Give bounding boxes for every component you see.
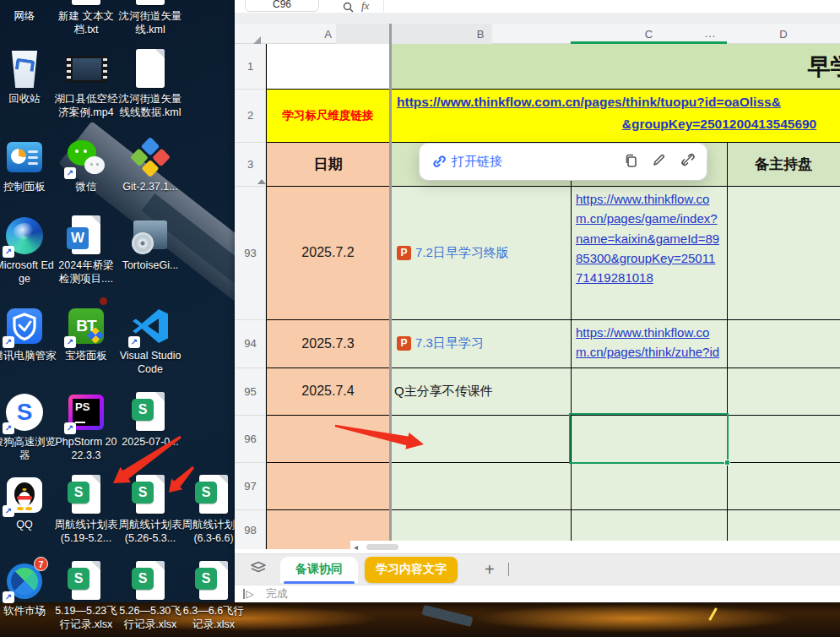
scroll-left-arrow[interactable]: ◂ [354, 542, 358, 552]
row-header-94[interactable]: 94 [235, 337, 266, 350]
sheet-tab-label: 备课协同 [295, 562, 343, 577]
scrollbar-thumb[interactable] [366, 544, 398, 550]
control-panel-icon [4, 137, 45, 177]
column-header-d[interactable]: D [727, 24, 840, 44]
desktop-icon-tortoisegit[interactable]: TortoiseGi... [118, 215, 182, 272]
row-header-3[interactable]: 3 [235, 158, 266, 171]
cell-a97[interactable] [266, 462, 390, 509]
cell-a2[interactable]: 学习标尺维度链接 [266, 89, 390, 142]
desktop-icon-bt-panel[interactable]: BT↗ 宝塔面板 [54, 306, 118, 362]
cell-d3[interactable]: 备主持盘 [727, 142, 840, 186]
fx-icon[interactable]: fx [361, 0, 369, 13]
horizontal-scrollbar[interactable]: ◂ [350, 541, 840, 553]
select-all-corner[interactable] [253, 36, 261, 44]
desktop-icon-recycle-bin[interactable]: 回收站 [0, 49, 57, 106]
shortcut-arrow-icon: ↗ [3, 591, 14, 603]
desktop-icon-phpstorm[interactable]: PS↗ PhpStorm 2022.3.3 [54, 392, 118, 463]
edit-icon[interactable] [652, 153, 666, 171]
spreadsheet-file-icon: S [66, 475, 106, 515]
cell-d94[interactable] [727, 319, 840, 368]
desktop-icon-xlsx-record-2[interactable]: S 5.26—5.30飞行记录.xlsx [118, 561, 182, 632]
desktop-icon-xlsx-plan-1[interactable]: S 周航线计划表(5.19-5.2... [54, 475, 118, 546]
wallpaper-detail [100, 297, 107, 305]
cell-c97[interactable] [571, 462, 727, 509]
hyperlink-c93[interactable]: https://www.thinkflow.com.cn/pages/game/… [571, 186, 727, 319]
cell-a93[interactable]: 2025.7.2 [266, 186, 390, 319]
row-header-1[interactable]: 1 [235, 60, 266, 73]
cell-a94[interactable]: 2025.7.3 [266, 319, 390, 368]
desktop-icon-label: 微信 [54, 180, 118, 193]
desktop-icon-xlsx-plan-2[interactable]: S 周航线计划表(5.26-5.3... [118, 475, 182, 546]
sheet-list-icon[interactable] [250, 561, 267, 578]
row-header-96[interactable]: 96 [235, 433, 266, 445]
freeze-pane-divider[interactable] [389, 24, 392, 549]
cell-b1-merged-title[interactable]: 早学习 [390, 44, 840, 89]
cell-b94[interactable]: P7.3日早学习 [390, 319, 571, 368]
cell-a95[interactable]: 2025.7.4 [266, 368, 390, 415]
desktop-icon-kml-2[interactable]: 沈河街道矢量线线数据.kml [118, 49, 182, 120]
cell-d97[interactable] [727, 462, 840, 509]
desktop-icon-qq[interactable]: ↗ QQ [0, 475, 57, 531]
open-link-label[interactable]: 打开链接 [452, 154, 502, 170]
shield-icon: ↗ [4, 306, 45, 346]
cell-a3[interactable]: 日期 [266, 142, 390, 186]
sheet-tab-xuexi[interactable]: 学习内容文字 [365, 557, 458, 583]
add-sheet-button[interactable]: + [485, 560, 495, 580]
cell-d95[interactable] [727, 368, 840, 415]
desktop-icon-control-panel[interactable]: 控制面板 [0, 137, 57, 193]
cell-c95[interactable] [571, 368, 727, 415]
kml-file-icon [130, 0, 171, 7]
cell-d96[interactable] [727, 415, 840, 462]
copy-icon[interactable] [624, 153, 638, 171]
row-header-2[interactable]: 2 [235, 109, 266, 122]
desktop-icon-kml-1[interactable]: 沈河街道矢量线.kml [118, 0, 182, 37]
cell-b97[interactable] [390, 462, 571, 509]
column-header-a[interactable]: A [266, 24, 390, 44]
desktop-icon-label: 5.26—5.30飞行记录.xlsx [118, 604, 182, 632]
desktop-icon-git-installer[interactable]: Git-2.37.1... [118, 137, 182, 193]
column-header-b[interactable]: B [390, 24, 571, 44]
desktop-icon-sogou-browser[interactable]: S↗ 搜狗高速浏览器 [0, 392, 57, 463]
desktop-icon-vscode[interactable]: ↗ Visual Studio Code [118, 306, 182, 377]
cell-d93[interactable] [727, 186, 840, 319]
macro-play-icon[interactable]: ▷ [243, 588, 254, 600]
cell-c93[interactable]: https://www.thinkflow.com.cn/pages/game/… [571, 186, 727, 319]
ppt-file-icon: P [397, 336, 411, 351]
ppt-link-text[interactable]: 7.3日早学习 [415, 335, 484, 351]
link-icon [431, 155, 446, 169]
hyperlink-line1[interactable]: https://www.thinkflow.com.cn/pages/think… [397, 95, 781, 110]
active-tab-underline [284, 581, 355, 584]
cell-a96[interactable] [266, 415, 390, 462]
desktop-icon-network[interactable]: 网络 [0, 0, 57, 23]
desktop-icon-xlsx-2025-07[interactable]: S 2025-07-0... [118, 392, 182, 449]
desktop-icon-wechat[interactable]: ↗ 微信 [54, 137, 118, 193]
row-header-98[interactable]: 98 [235, 524, 266, 536]
desktop-icon-software-market[interactable]: 7↗ 软件市场 [0, 561, 57, 618]
desktop-icon-pc-manager[interactable]: ↗ 腾讯电脑管家 [0, 306, 57, 362]
row-header-97[interactable]: 97 [235, 480, 266, 493]
unlink-icon[interactable] [680, 153, 695, 171]
desktop-icon-new-textfile[interactable]: 新建 文本文档.txt [54, 0, 118, 37]
name-box[interactable]: C96 [245, 0, 319, 12]
formula-bar: C96 fx [235, 0, 840, 13]
row-header-95[interactable]: 95 [235, 385, 266, 398]
desktop-icon-xlsx-record-1[interactable]: S 5.19—5.23飞行记录.xlsx [54, 561, 118, 632]
cell-b96[interactable] [390, 415, 571, 462]
ppt-link-text[interactable]: 7.2日早学习终版 [415, 245, 509, 261]
hyperlink-c94[interactable]: https://www.thinkflow.com.cn/pages/think… [571, 319, 727, 368]
desktop-icon-label: 软件市场 [0, 604, 57, 618]
desktop-icon-edge[interactable]: ↗ Microsoft Edge [0, 215, 57, 286]
freeze-pane-marker [257, 179, 266, 184]
cell-b93[interactable]: P7.2日早学习终版 [390, 186, 571, 319]
cell-a1[interactable] [266, 44, 390, 89]
cell-b2-merged-link[interactable]: https://www.thinkflow.com.cn/pages/think… [390, 89, 840, 142]
cell-b95[interactable]: Q主分享不传课件 [390, 368, 571, 415]
fill-handle[interactable] [724, 460, 730, 466]
sheet-tab-beike-active[interactable]: 备课协同 [280, 557, 358, 583]
row-header-93[interactable]: 93 [235, 247, 266, 259]
edge-icon: ↗ [4, 215, 45, 256]
hyperlink-line2[interactable]: &groupKey=2501200413545690 [605, 117, 833, 132]
desktop-icon-mp4[interactable]: 湖口县低空经济案例.mp4 [54, 49, 118, 120]
desktop-icon-word-doc[interactable]: W 2024年桥梁检测项目.... [54, 215, 118, 286]
cell-c94[interactable]: https://www.thinkflow.com.cn/pages/think… [571, 319, 727, 368]
